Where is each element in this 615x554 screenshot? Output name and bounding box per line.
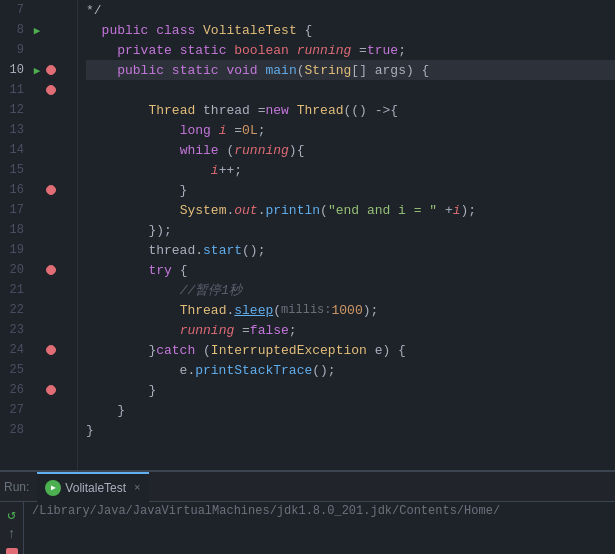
code-token: . xyxy=(226,303,234,318)
run-tab-volitaletest[interactable]: ▶ VolitaleTest × xyxy=(37,472,148,502)
code-token: false xyxy=(250,323,289,338)
bp-icon xyxy=(44,283,58,297)
gutter-icon xyxy=(30,163,44,177)
gutter-row: 17 xyxy=(0,200,77,220)
code-line-17: System.out.println("end and i = " + i); xyxy=(86,200,615,220)
code-token: long xyxy=(180,123,211,138)
gutter-row: 24 xyxy=(0,340,77,360)
bp-icon xyxy=(44,363,58,377)
bp-icon xyxy=(44,183,58,197)
code-token: i xyxy=(219,123,227,138)
code-token: Thread xyxy=(148,103,195,118)
code-token: } xyxy=(86,343,156,358)
code-container: 7 8 ▶ 9 10 ▶ 1 xyxy=(0,0,615,470)
code-token: static xyxy=(180,43,227,58)
code-token: try xyxy=(148,263,171,278)
line-number: 19 xyxy=(0,243,30,257)
code-line-15: i++; xyxy=(86,160,615,180)
gutter-icon xyxy=(30,183,44,197)
gutter-row: 13 xyxy=(0,120,77,140)
code-token: i xyxy=(211,163,219,178)
code-line-19: thread.start(); xyxy=(86,240,615,260)
gutter-icon xyxy=(30,283,44,297)
code-token: ; xyxy=(289,323,297,338)
code-token: private xyxy=(117,43,172,58)
code-token: out xyxy=(234,203,257,218)
code-token xyxy=(86,143,180,158)
bp-icon xyxy=(44,403,58,417)
code-token: catch xyxy=(156,343,195,358)
code-token: thread = xyxy=(195,103,265,118)
code-line-13: long i =0L; xyxy=(86,120,615,140)
restart-button[interactable]: ↺ xyxy=(4,506,20,522)
code-token: running xyxy=(180,323,235,338)
code-token: } xyxy=(86,403,125,418)
code-token: 0L xyxy=(242,123,258,138)
bp-icon xyxy=(44,383,58,397)
code-token: void xyxy=(226,63,257,78)
code-line-7: */ xyxy=(86,0,615,20)
code-token: main xyxy=(266,63,297,78)
code-token: static xyxy=(172,63,219,78)
code-token: (); xyxy=(242,243,265,258)
code-line-25: e.printStackTrace(); xyxy=(86,360,615,380)
code-token: ; xyxy=(258,123,266,138)
code-token: 1000 xyxy=(332,303,363,318)
gutter-icon xyxy=(30,323,44,337)
gutter-row: 27 xyxy=(0,400,77,420)
code-token xyxy=(226,43,234,58)
line-number: 14 xyxy=(0,143,30,157)
code-token xyxy=(219,63,227,78)
line-number: 22 xyxy=(0,303,30,317)
code-token xyxy=(86,63,117,78)
gutter-row: 20 xyxy=(0,260,77,280)
gutter-row: 10 ▶ xyxy=(0,60,77,80)
gutter-icon xyxy=(30,343,44,357)
code-token xyxy=(289,43,297,58)
gutter-icon xyxy=(30,203,44,217)
code-token: while xyxy=(180,143,219,158)
gutter-icon xyxy=(30,363,44,377)
line-number: 28 xyxy=(0,423,30,437)
code-token: ( xyxy=(320,203,328,218)
code-token: . xyxy=(258,203,266,218)
code-token: } xyxy=(86,183,187,198)
code-token: Thread xyxy=(297,103,344,118)
code-token: start xyxy=(203,243,242,258)
code-token xyxy=(172,43,180,58)
run-panel: Run: ▶ VolitaleTest × ↺ ↑ — /Library/Jav… xyxy=(0,470,615,554)
scroll-up-button[interactable]: ↑ xyxy=(4,526,20,542)
code-token: */ xyxy=(86,3,102,18)
exec-arrow-icon: ▶ xyxy=(30,23,44,37)
param-hint-token: millis: xyxy=(281,303,331,317)
bp-icon xyxy=(44,223,58,237)
code-line-10: public static void main(String[] args) { xyxy=(86,60,615,80)
line-number: 10 xyxy=(0,63,30,77)
code-token xyxy=(86,263,148,278)
bp-icon xyxy=(44,243,58,257)
bp-icon xyxy=(44,43,58,57)
gutter-icon xyxy=(30,403,44,417)
gutter-row: 21 xyxy=(0,280,77,300)
code-token: e. xyxy=(86,363,195,378)
gutter-icon xyxy=(30,103,44,117)
gutter-row: 8 ▶ xyxy=(0,20,77,40)
gutter-icon xyxy=(30,223,44,237)
run-tab-close-button[interactable]: × xyxy=(134,482,141,494)
bp-icon xyxy=(44,143,58,157)
code-line-21: //暂停1秒 xyxy=(86,280,615,300)
bp-icon xyxy=(44,203,58,217)
code-token: public xyxy=(117,63,164,78)
code-token: (() ->{ xyxy=(343,103,398,118)
code-token: (); xyxy=(312,363,335,378)
gutter-icon xyxy=(30,243,44,257)
gutter-icon xyxy=(30,383,44,397)
gutter-icon xyxy=(30,303,44,317)
line-number: 17 xyxy=(0,203,30,217)
bp-icon xyxy=(44,303,58,317)
code-token: String xyxy=(305,63,352,78)
stop-button[interactable] xyxy=(6,548,18,554)
code-token: running xyxy=(297,43,352,58)
code-token: ( xyxy=(273,303,281,318)
code-token xyxy=(195,23,203,38)
